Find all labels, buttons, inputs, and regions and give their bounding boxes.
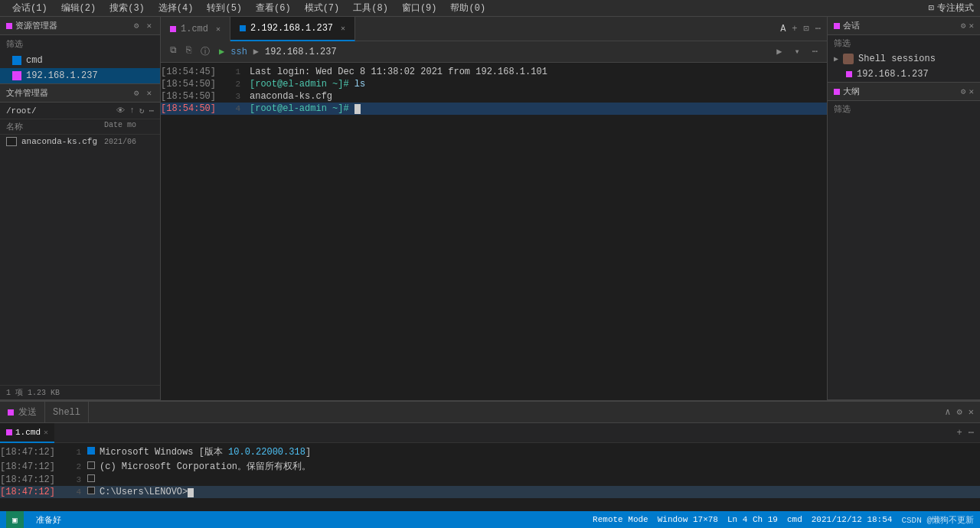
bottom-line-2: [18:47:12] 2 (c) Microsoft Corporation。保… [0, 459, 980, 474]
bottom-send-label: 发送 [18, 406, 37, 419]
menu-item-help[interactable]: 帮助(0) [444, 0, 492, 16]
close-icon[interactable]: ✕ [144, 20, 154, 31]
menu-item-window[interactable]: 窗口(9) [396, 0, 443, 16]
bottom-area: 发送 Shell ∧ ⚙ ✕ 1.cmd ✕ + ⋯ [18:47:12] 1 … [0, 400, 980, 511]
bottom-settings-icon[interactable]: ⚙ [957, 406, 962, 418]
term-text-4: [root@el-admin ~]# [250, 103, 361, 114]
sessions-close-icon[interactable]: ✕ [969, 21, 974, 31]
bottom-icon-4 [87, 487, 95, 494]
term-text-3: anaconda-ks.cfg [250, 91, 332, 102]
bottom-collapse-icon[interactable]: ∧ [945, 406, 950, 418]
session-group-folder-icon [843, 54, 854, 64]
file-path-bar: /root/ 👁 ↑ ↻ ⋯ [0, 103, 160, 119]
terminal-down-arrow[interactable]: ▾ [792, 45, 803, 58]
session-group-name: Shell sessions [858, 54, 936, 64]
copy-btn[interactable]: ⧉ [167, 44, 180, 59]
session-group[interactable]: ▶ Shell sessions [828, 51, 980, 67]
session-item[interactable]: 192.168.1.237 [828, 67, 980, 82]
status-ready: ▣ [6, 511, 24, 528]
up-arrow-icon[interactable]: ↑ [129, 106, 135, 116]
menu-item-tools[interactable]: 工具(8) [347, 0, 394, 16]
bottom-ln-4: 4 [63, 487, 87, 497]
resource-manager-panel: 资源管理器 ⚙ ✕ 筛选 cmd 192.168.1.237 [0, 17, 160, 84]
timestamp-1: [18:54:45] [161, 67, 225, 77]
menu-item-view[interactable]: 查看(6) [250, 0, 297, 16]
bottom-line-3: [18:47:12] 3 [0, 474, 980, 486]
outline-settings-icon[interactable]: ⚙ [961, 86, 966, 96]
terminal-play-icon: ▶ [219, 46, 224, 57]
settings-icon[interactable]: ⚙ [132, 20, 142, 31]
eye-icon[interactable]: 👁 [116, 106, 125, 116]
paste-btn[interactable]: ⎘ [183, 44, 194, 59]
tab-bar-actions: A + ⊡ ⋯ [774, 23, 827, 34]
focus-mode-button[interactable]: ⊡ 专注模式 [929, 2, 974, 15]
file-row[interactable]: anaconda-ks.cfg 2021/06 [0, 135, 160, 148]
cmd-icon [12, 56, 21, 65]
sessions-title: 会话 [843, 20, 958, 31]
tab-bar: 1.cmd ✕ 2.192.168.1.237 ✕ A + ⊡ ⋯ [161, 17, 827, 41]
terminal-line-1: [18:54:45] 1 Last login: Wed Dec 8 11:38… [161, 66, 827, 78]
terminal-bar: ⧉ ⎘ ⓘ ▶ ssh ▶ 192.168.1.237 ▶ ▾ ⋯ [161, 41, 827, 63]
sessions-settings-icon[interactable]: ⚙ [961, 21, 966, 31]
shell-add-icon[interactable]: + [957, 428, 962, 438]
menu-item-search[interactable]: 搜索(3) [103, 0, 151, 16]
main-area: 资源管理器 ⚙ ✕ 筛选 cmd 192.168.1.237 文件管理器 [0, 17, 980, 400]
file-manager-close-icon[interactable]: ✕ [144, 87, 154, 99]
outline-panel: 大纲 ⚙ ✕ 筛选 [828, 83, 980, 400]
ssh-host-label: 192.168.1.237 [265, 47, 337, 57]
term-text-2: [root@el-admin ~]# ls [250, 79, 365, 90]
menu-item-session[interactable]: 会话(1) [6, 0, 54, 16]
file-manager-panel: 文件管理器 ⚙ ✕ /root/ 👁 ↑ ↻ ⋯ 名称 Date mo [0, 84, 160, 400]
outline-dot [834, 89, 840, 95]
tab-ssh[interactable]: 2.192.168.1.237 ✕ [230, 17, 355, 41]
term-text-1: Last login: Wed Dec 8 11:38:02 2021 from… [250, 67, 547, 77]
tab-cmd[interactable]: 1.cmd ✕ [161, 17, 230, 41]
outline-title: 大纲 [843, 86, 958, 97]
menu-item-select[interactable]: 选择(4) [152, 0, 200, 16]
shell-tab-cmd[interactable]: 1.cmd ✕ [0, 423, 54, 443]
bottom-text-2: (c) Microsoft Corporation。保留所有权利。 [100, 460, 311, 473]
bottom-terminal[interactable]: [18:47:12] 1 Microsoft Windows [版本 10.0.… [0, 443, 980, 511]
bottom-tab-actions: ∧ ⚙ ✕ [939, 406, 980, 418]
outline-close-icon[interactable]: ✕ [969, 86, 974, 96]
status-ln-ch: Ln 4 Ch 19 [727, 515, 778, 524]
terminal-right-arrow[interactable]: ▶ [773, 45, 785, 58]
resource-item-ssh[interactable]: 192.168.1.237 [0, 68, 160, 83]
menu-item-mode[interactable]: 模式(7) [299, 0, 346, 16]
tab-ssh-close-icon[interactable]: ✕ [341, 24, 345, 33]
resource-filter: 筛选 [0, 35, 160, 53]
tab-split-icon[interactable]: ⊡ [804, 23, 809, 34]
timestamp-4: [18:54:50] [161, 103, 225, 114]
tab-font-icon: A [780, 24, 786, 34]
refresh-icon[interactable]: ↻ [139, 106, 145, 116]
shell-tab-close-icon[interactable]: ✕ [44, 428, 48, 437]
info-btn[interactable]: ⓘ [198, 44, 213, 59]
file-status-bar: 1 项 1.23 KB [0, 385, 160, 399]
tab-add-icon[interactable]: + [792, 24, 797, 34]
tab-cmd-dot [170, 26, 176, 32]
timestamp-3: [18:54:50] [161, 91, 225, 102]
outline-header: 大纲 ⚙ ✕ [828, 83, 980, 101]
tab-cmd-close-icon[interactable]: ✕ [216, 24, 220, 34]
terminal-kebab-icon[interactable]: ⋯ [809, 45, 821, 58]
status-remote-mode: Remote Mode [593, 515, 648, 524]
bottom-close-icon[interactable]: ✕ [969, 406, 974, 418]
sessions-header: 会话 ⚙ ✕ [828, 17, 980, 35]
tab-more-icon[interactable]: ⋯ [815, 23, 821, 34]
status-mode: cmd [787, 515, 802, 524]
bottom-tab-shell[interactable]: Shell [45, 402, 89, 423]
more-icon[interactable]: ⋯ [149, 106, 154, 116]
resource-item-cmd[interactable]: cmd [0, 53, 160, 68]
menu-item-edit[interactable]: 编辑(2) [55, 0, 103, 16]
bottom-tab-send[interactable]: 发送 [0, 402, 45, 423]
shell-kebab-icon[interactable]: ⋯ [969, 427, 974, 438]
bottom-icon-3 [87, 474, 95, 482]
terminal-line-4: [18:54:50] 4 [root@el-admin ~]# [161, 103, 827, 115]
bottom-shell-label: Shell [53, 407, 80, 418]
terminal-line-2: [18:54:50] 2 [root@el-admin ~]# ls [161, 78, 827, 90]
menu-item-goto[interactable]: 转到(5) [201, 0, 248, 16]
terminal-content[interactable]: [18:54:45] 1 Last login: Wed Dec 8 11:38… [161, 63, 827, 400]
status-right: Remote Mode Window 17×78 Ln 4 Ch 19 cmd … [593, 514, 974, 526]
status-window: Window 17×78 [658, 515, 718, 524]
file-manager-settings-icon[interactable]: ⚙ [132, 87, 142, 99]
